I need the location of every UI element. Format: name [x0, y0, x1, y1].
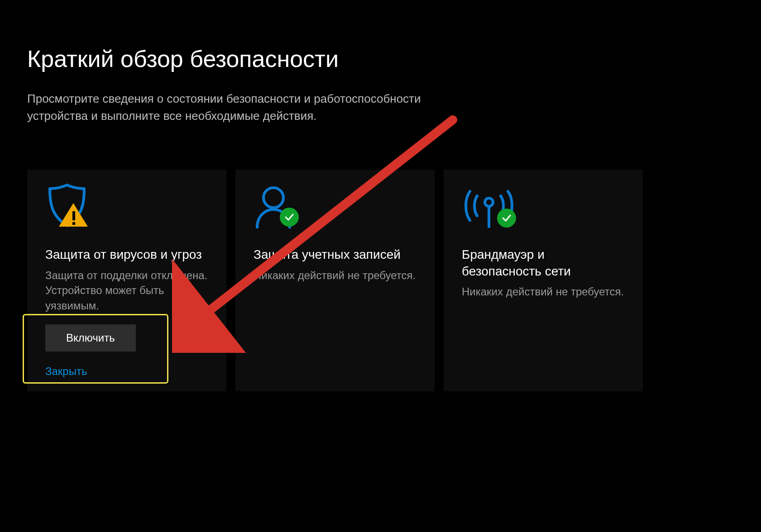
enable-button[interactable]: Включить — [45, 324, 136, 352]
card-title: Брандмауэр и безопасность сети — [462, 247, 625, 280]
security-overview-page: Краткий обзор безопасности Просмотрите с… — [0, 0, 761, 391]
page-title: Краткий обзор безопасности — [27, 45, 734, 72]
card-title: Защита учетных записей — [254, 247, 416, 263]
svg-rect-1 — [72, 222, 75, 225]
person-icon — [254, 183, 416, 228]
card-virus-threat[interactable]: Защита от вирусов и угроз Защита от подд… — [27, 170, 226, 391]
dismiss-link[interactable]: Закрыть — [45, 365, 208, 378]
network-icon — [462, 183, 625, 228]
shield-warning-icon — [45, 183, 208, 228]
svg-rect-0 — [72, 211, 75, 220]
card-account-protection[interactable]: Защита учетных записей Никаких действий … — [235, 170, 435, 391]
card-description: Никаких действий не требуется. — [254, 268, 416, 283]
card-title: Защита от вирусов и угроз — [45, 247, 208, 263]
cards-row: Защита от вирусов и угроз Защита от подд… — [27, 170, 734, 391]
card-description: Никаких действий не требуется. — [462, 284, 625, 299]
card-description: Защита от подделки отключена. Устройство… — [45, 268, 208, 314]
page-subtitle: Просмотрите сведения о состоянии безопас… — [27, 90, 435, 124]
card-firewall-network[interactable]: Брандмауэр и безопасность сети Никаких д… — [444, 170, 643, 391]
svg-point-2 — [263, 188, 283, 208]
